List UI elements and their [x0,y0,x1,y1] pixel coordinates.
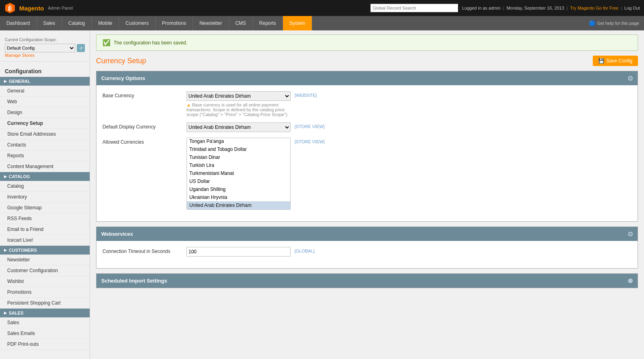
sidebar-item-newsletter[interactable]: Newsletter [0,255,90,265]
sidebar-item-wishlist[interactable]: Wishlist [0,276,90,287]
save-config-button[interactable]: 💾 Save Config [593,56,638,66]
scope-select[interactable]: Default Config [5,44,75,52]
scope-section: Current Configuration Scope: Default Con… [0,34,90,62]
base-currency-control: United Arab Emirates Dirham [WEBSITE] ▲ … [187,91,317,117]
sidebar-item-catalog[interactable]: Catalog [0,181,90,192]
sidebar-item-sales-emails[interactable]: Sales Emails [0,328,90,339]
sidebar-section-customers[interactable]: ▶ CUSTOMERS [0,246,90,255]
sidebar-item-contacts[interactable]: Contacts [0,140,90,150]
sidebar-item-rss-feeds[interactable]: RSS Feeds [0,213,90,224]
base-currency-hint: ▲ Base currency is used for all online p… [187,102,291,117]
sidebar-item-design[interactable]: Design [0,107,90,118]
sidebar-item-promotions[interactable]: Promotions [0,287,90,298]
scheduled-import-header[interactable]: Scheduled Import Settings ⊗ [96,274,638,288]
allowed-currencies-label: Allowed Currencies [102,138,183,145]
base-currency-scope: [WEBSITE] [295,91,317,98]
sidebar-item-customer-config[interactable]: Customer Configuration [0,265,90,276]
logo-text: Magento [19,5,44,12]
help-icon: 🔵 [589,20,596,26]
customers-arrow-icon: ▶ [4,248,7,252]
sidebar-section-sales-label: SALES [9,311,24,315]
connection-timeout-input[interactable] [187,247,291,257]
sidebar-item-content-mgmt[interactable]: Content Management [0,161,90,172]
catalog-arrow-icon: ▶ [4,174,7,178]
webservicex-toggle-icon: ⊙ [628,230,633,238]
webservicex-title: Webservicex [101,231,133,237]
nav-newsletter[interactable]: Newsletter [193,16,229,30]
currency-options-header[interactable]: Currency Options ⊙ [96,71,638,85]
default-display-currency-select[interactable]: United Arab Emirates Dirham [187,122,291,132]
base-currency-label: Base Currency [102,91,183,98]
allowed-currencies-row: Allowed Currencies Thai Baht Tongan Pa'a… [102,138,632,210]
sidebar-item-inventory[interactable]: Inventory [0,192,90,203]
sidebar-section-general[interactable]: ▶ GENERAL [0,77,90,86]
allowed-currencies-select[interactable]: Thai Baht Tongan Pa'anga Trinidad and To… [187,138,291,210]
header-info: Logged in as admin | Monday, September 1… [462,6,640,10]
sidebar-section-customers-label: CUSTOMERS [9,248,37,253]
sidebar-item-email-friend[interactable]: Email to a Friend [0,224,90,235]
help-link[interactable]: 🔵 Get help for this page [584,16,644,30]
sidebar-item-currency-setup[interactable]: Currency Setup [0,118,90,129]
try-magento-link[interactable]: Try Magento Go for Free [570,6,618,10]
sidebar-config-title: Configuration [0,65,90,77]
manage-stores-link[interactable]: Manage Stores [5,53,35,58]
sidebar-item-icecart[interactable]: Icecart Live! [0,235,90,246]
header-right: Logged in as admin | Monday, September 1… [370,4,640,12]
sidebar-item-reports[interactable]: Reports [0,150,90,161]
global-search-input[interactable] [370,4,458,12]
nav-dashboard[interactable]: Dashboard [0,16,37,30]
header: Magento Admin Panel Logged in as admin |… [0,0,644,16]
sidebar-item-general[interactable]: General [0,86,90,96]
scope-select-wrap: Default Config ↺ [5,44,85,52]
sidebar-section-catalog[interactable]: ▶ CATALOG [0,172,90,181]
sidebar-section-general-label: GENERAL [9,79,30,84]
sidebar-item-store-email[interactable]: Store Email Addresses [0,129,90,140]
currency-options-toggle-icon: ⊙ [628,74,633,82]
sidebar-section-sales[interactable]: ▶ SALES [0,309,90,317]
scope-label: Current Configuration Scope: [5,38,85,42]
base-currency-row: Base Currency United Arab Emirates Dirha… [102,91,632,117]
sidebar: Current Configuration Scope: Default Con… [0,30,90,359]
success-icon: ✅ [102,39,110,46]
currency-options-body: Base Currency United Arab Emirates Dirha… [96,85,638,221]
nav-customers[interactable]: Customers [119,16,155,30]
sidebar-item-google-sitemap[interactable]: Google Sitemap [0,203,90,213]
default-display-currency-label: Default Display Currency [102,122,183,130]
magento-logo-icon [4,2,16,14]
scope-refresh-button[interactable]: ↺ [77,44,85,52]
connection-timeout-control: [GLOBAL] [187,247,315,257]
help-text: Get help for this page [597,21,639,26]
webservicex-header[interactable]: Webservicex ⊙ [96,227,638,241]
nav-cms[interactable]: CMS [229,16,253,30]
nav-mobile[interactable]: Mobile [92,16,119,30]
general-arrow-icon: ▶ [4,79,7,83]
webservicex-panel: Webservicex ⊙ Connection Timeout in Seco… [96,227,638,269]
default-display-currency-control: United Arab Emirates Dirham [STORE VIEW] [187,122,325,132]
default-display-currency-row: Default Display Currency United Arab Emi… [102,122,632,132]
nav-reports[interactable]: Reports [253,16,283,30]
scheduled-import-toggle-icon: ⊗ [628,277,633,285]
sidebar-item-sales[interactable]: Sales [0,317,90,328]
logo-area: Magento Admin Panel [4,2,73,14]
scheduled-import-title: Scheduled Import Settings [101,278,167,284]
nav-catalog[interactable]: Catalog [62,16,92,30]
default-display-currency-scope: [STORE VIEW] [295,122,325,129]
connection-timeout-row: Connection Timeout in Seconds [GLOBAL] [102,247,632,257]
scheduled-import-panel: Scheduled Import Settings ⊗ [96,273,638,288]
date-info: Monday, September 16, 2013 [506,6,564,10]
nav-sales[interactable]: Sales [37,16,62,30]
save-label: Save Config [606,58,632,64]
nav-items: Dashboard Sales Catalog Mobile Customers… [0,16,312,30]
base-currency-select[interactable]: United Arab Emirates Dirham [187,91,291,101]
nav-promotions[interactable]: Promotions [156,16,193,30]
currency-options-title: Currency Options [101,75,145,81]
connection-timeout-scope: [GLOBAL] [295,247,315,253]
page-header: Currency Setup 💾 Save Config [96,56,638,66]
logout-link[interactable]: Log Out [624,6,640,10]
sidebar-item-web[interactable]: Web [0,96,90,107]
save-icon: 💾 [598,58,604,64]
sidebar-item-persistent-cart[interactable]: Persistent Shopping Cart [0,298,90,309]
sidebar-item-pdf-printouts[interactable]: PDF Print-outs [0,339,90,350]
success-text: The configuration has been saved. [114,40,187,46]
nav-system[interactable]: System [283,16,312,30]
